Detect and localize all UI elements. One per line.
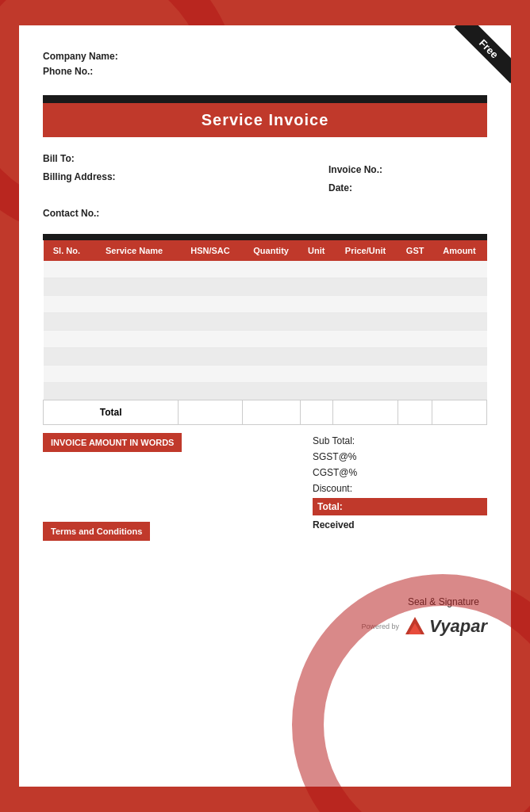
table-row xyxy=(44,261,487,278)
discount-row: Discount: xyxy=(313,481,487,496)
table-cell xyxy=(332,296,398,313)
table-cell xyxy=(179,331,242,348)
table-cell xyxy=(179,383,242,400)
col-hsn-sac: HSN/SAC xyxy=(179,240,242,261)
table-cell xyxy=(398,331,432,348)
table-cell xyxy=(179,261,242,278)
table-cell xyxy=(432,278,486,296)
bill-to-label: Bill To: xyxy=(43,153,75,164)
table-cell xyxy=(90,296,179,313)
bottom-right: Sub Total: SGST@% CGST@% Discount: Total… xyxy=(313,433,487,573)
terms-label: Terms and Conditions xyxy=(43,522,150,541)
sub-total-row: Sub Total: xyxy=(313,433,487,449)
company-name-label: Company Name: xyxy=(43,51,118,62)
total-summary-row: Total: xyxy=(313,498,487,515)
table-cell xyxy=(90,348,179,366)
received-row: Received xyxy=(313,517,487,533)
table-cell xyxy=(90,366,179,383)
table-cell xyxy=(242,366,300,383)
table-cell xyxy=(300,331,332,348)
table-cell xyxy=(332,348,398,366)
table-cell xyxy=(432,383,486,400)
col-unit: Unit xyxy=(300,240,332,261)
col-price-unit: Price/Unit xyxy=(332,240,398,261)
svg-marker-1 xyxy=(409,623,421,634)
table-cell xyxy=(44,348,90,366)
table-cell xyxy=(44,331,90,348)
cgst-row: CGST@% xyxy=(313,465,487,481)
company-info: Company Name: Phone No.: xyxy=(43,49,487,79)
table-cell xyxy=(332,331,398,348)
invoice-title-wrapper: Service Invoice xyxy=(43,95,487,137)
table-cell xyxy=(242,383,300,400)
seal-label: Seal & Signature xyxy=(408,596,479,607)
table-cell xyxy=(332,383,398,400)
ribbon-label: Free xyxy=(455,25,511,83)
total-gst xyxy=(398,400,432,425)
table-cell xyxy=(44,296,90,313)
col-service-name: Service Name xyxy=(90,240,179,261)
table-cell xyxy=(398,296,432,313)
total-summary-label: Total: xyxy=(317,501,343,512)
table-header-row: Sl. No. Service Name HSN/SAC Quantity Un… xyxy=(44,240,487,261)
title-bar-red: Service Invoice xyxy=(43,103,487,137)
table-total-row: Total xyxy=(44,400,487,425)
bill-section: Bill To: Billing Address: Contact No.: I… xyxy=(43,150,487,222)
table-cell xyxy=(179,348,242,366)
col-quantity: Quantity xyxy=(242,240,300,261)
seal-section: Seal & Signature xyxy=(43,596,487,607)
vyapar-logo: Vyapar xyxy=(404,615,487,638)
table-cell xyxy=(242,331,300,348)
table-row xyxy=(44,296,487,313)
total-label: Total xyxy=(44,400,179,425)
table-cell xyxy=(179,366,242,383)
table-cell xyxy=(90,261,179,278)
table-cell xyxy=(300,366,332,383)
table-cell xyxy=(242,348,300,366)
received-label: Received xyxy=(313,519,355,530)
table-row xyxy=(44,331,487,348)
table-cell xyxy=(432,261,486,278)
table-cell xyxy=(332,366,398,383)
vyapar-footer: Powered by Vyapar xyxy=(43,615,487,638)
table-row xyxy=(44,383,487,400)
table-cell xyxy=(300,261,332,278)
amount-words-label: INVOICE AMOUNT IN WORDS xyxy=(43,433,182,452)
invoice-table: Sl. No. Service Name HSN/SAC Quantity Un… xyxy=(43,240,487,426)
sub-total-label: Sub Total: xyxy=(313,435,355,446)
contact-label: Contact No.: xyxy=(43,208,99,219)
table-cell xyxy=(90,383,179,400)
invoice-page: Free Company Name: Phone No.: Service In… xyxy=(19,25,511,787)
table-cell xyxy=(398,383,432,400)
title-bar-top xyxy=(43,95,487,103)
invoice-no-label: Invoice No.: xyxy=(328,164,382,175)
table-cell xyxy=(44,261,90,278)
sgst-label: SGST@% xyxy=(313,451,357,462)
col-amount: Amount xyxy=(432,240,486,261)
total-hsn xyxy=(179,400,242,425)
table-cell xyxy=(398,278,432,296)
col-sl-no: Sl. No. xyxy=(44,240,90,261)
vyapar-brand-name: Vyapar xyxy=(429,616,487,637)
bottom-left: INVOICE AMOUNT IN WORDS Terms and Condit… xyxy=(43,433,297,573)
table-cell xyxy=(332,278,398,296)
table-cell xyxy=(432,348,486,366)
table-row xyxy=(44,278,487,296)
table-cell xyxy=(44,383,90,400)
table-row xyxy=(44,366,487,383)
table-row xyxy=(44,348,487,366)
table-cell xyxy=(432,366,486,383)
table-cell xyxy=(90,331,179,348)
table-cell xyxy=(44,366,90,383)
cgst-label: CGST@% xyxy=(313,467,357,478)
table-row xyxy=(44,313,487,331)
svg-marker-0 xyxy=(405,617,424,634)
table-cell xyxy=(300,278,332,296)
phone-label: Phone No.: xyxy=(43,66,93,77)
table-cell xyxy=(44,313,90,331)
col-gst: GST xyxy=(398,240,432,261)
table-cell xyxy=(398,348,432,366)
total-unit xyxy=(300,400,332,425)
billing-address-label: Billing Address: xyxy=(43,171,116,182)
table-cell xyxy=(300,383,332,400)
